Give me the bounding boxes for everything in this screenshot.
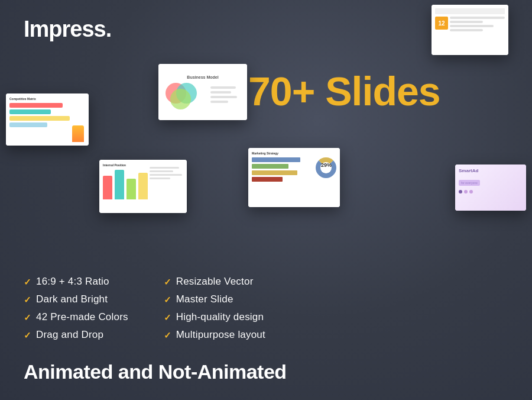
slide-thumb-competitive-matrix: Competitive Matrix (6, 93, 89, 146)
features-col-1: ✓ 16:9 + 4:3 Ratio ✓ Dark and Bright ✓ 4… (24, 276, 128, 341)
bottom-tagline: Animated and Not-Animated (24, 360, 287, 383)
features-col-2: ✓ Resizable Vector ✓ Master Slide ✓ High… (164, 276, 265, 341)
slide-thumb-marketing-strategy: Marketing Strategy 29% (248, 148, 340, 207)
feature-label-vector: Resizable Vector (176, 276, 254, 288)
feature-item-dark-bright: ✓ Dark and Bright (24, 293, 128, 305)
feature-label-quality: High-quality design (176, 311, 264, 323)
features-section: ✓ 16:9 + 4:3 Ratio ✓ Dark and Bright ✓ 4… (24, 276, 508, 341)
feature-label-ratio: 16:9 + 4:3 Ratio (36, 276, 109, 288)
feature-item-ratio: ✓ 16:9 + 4:3 Ratio (24, 276, 128, 288)
check-icon-ratio: ✓ (24, 278, 31, 286)
feature-item-master-slide: ✓ Master Slide (164, 293, 265, 305)
feature-item-colors: ✓ 42 Pre-made Colors (24, 311, 128, 323)
slide-thumb-project-timeline: 12 (432, 5, 508, 55)
check-icon-vector: ✓ (164, 278, 171, 286)
feature-label-multipurpose: Multipurpose layout (176, 329, 265, 341)
feature-item-drag-drop: ✓ Drag and Drop (24, 329, 128, 341)
check-icon-colors: ✓ (24, 313, 31, 322)
slides-count: 70+ Slides (248, 68, 440, 114)
feature-item-vector: ✓ Resizable Vector (164, 276, 265, 288)
slide-thumb-internal-position: Internal Position (99, 160, 187, 213)
slide-thumb-smartad: SmartAd for everyone (455, 164, 526, 211)
feature-label-master-slide: Master Slide (176, 293, 233, 305)
check-icon-multipurpose: ✓ (164, 331, 171, 340)
check-icon-master-slide: ✓ (164, 295, 171, 304)
logo: Impress. (24, 17, 111, 42)
check-icon-dark-bright: ✓ (24, 295, 31, 304)
feature-item-multipurpose: ✓ Multipurpose layout (164, 329, 265, 341)
feature-item-quality: ✓ High-quality design (164, 311, 265, 323)
feature-label-drag-drop: Drag and Drop (36, 329, 103, 341)
feature-label-dark-bright: Dark and Bright (36, 293, 108, 305)
check-icon-quality: ✓ (164, 313, 171, 322)
check-icon-drag-drop: ✓ (24, 331, 31, 340)
feature-label-colors: 42 Pre-made Colors (36, 311, 128, 323)
main-container: Impress. 70+ Slides 12 Business Model (0, 0, 532, 400)
slide-thumb-business-model: Business Model (158, 64, 247, 120)
